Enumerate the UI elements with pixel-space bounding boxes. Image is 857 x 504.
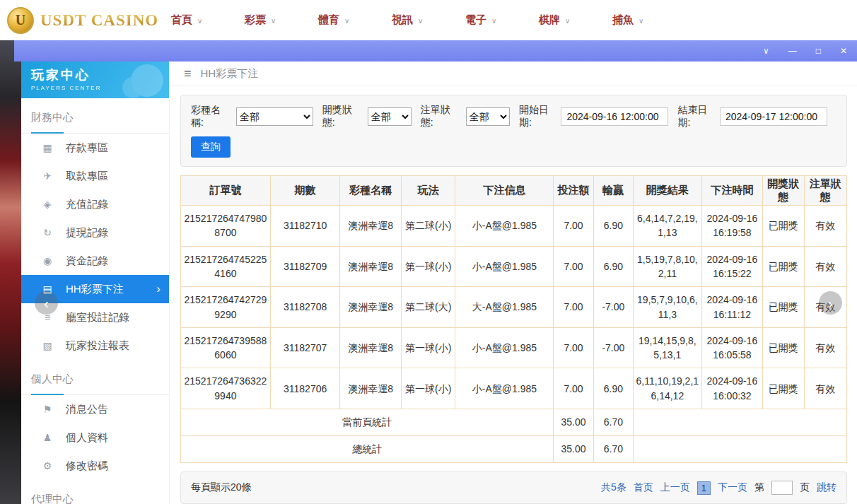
sidebar-item-profile[interactable]: ♟個人資料 <box>21 423 169 452</box>
first-page-link[interactable]: 首页 <box>634 481 653 494</box>
sidebar-item-player-bet-report[interactable]: ▧玩家投注報表 <box>21 332 169 360</box>
table-cell: 1,5,19,7,8,10,2,11 <box>634 246 702 287</box>
chevron-right-icon: › <box>828 295 833 312</box>
sidebar-item-recharge-record[interactable]: ◈充值記錄 <box>21 190 169 218</box>
draw-status-select[interactable]: 全部 <box>368 107 412 126</box>
table-cell: 小-A盤@1.985 <box>455 206 554 247</box>
menu-icon[interactable]: ≡ <box>184 66 192 81</box>
sidebar-title: 玩家中心 <box>31 66 169 83</box>
sidebar-item-notice[interactable]: ⚑消息公告 <box>21 395 169 423</box>
content-area: 彩種名稱: 全部 開獎狀態: 全部 <box>170 86 857 504</box>
jump-suffix-label: 页 <box>800 481 810 494</box>
table-cell: 31182709 <box>270 246 340 287</box>
chevron-left-icon: ‹ <box>44 295 49 312</box>
nav-item-6[interactable]: 棋牌∨ <box>539 13 612 27</box>
nav-item-5[interactable]: 電子∨ <box>465 13 539 27</box>
nav-item-3[interactable]: 體育∨ <box>318 13 392 27</box>
summary-label: 當前頁統計 <box>181 409 554 436</box>
table-header-cell: 輸贏 <box>593 176 633 206</box>
nav-item-4[interactable]: 視訊∨ <box>392 13 465 27</box>
table-row: 215217264745225416031182709澳洲幸運8第一球(小)小-… <box>181 246 847 287</box>
summary-bet-total: 35.00 <box>554 436 593 463</box>
player-center-window: ∨ — □ ✕ 玩家中心 PLAYERS CENTER 財務中心▦存款專區✈取款… <box>14 40 857 504</box>
table-cell: 2024-09-16 16:05:58 <box>701 327 763 368</box>
prev-page-link[interactable]: 上一页 <box>660 481 690 494</box>
next-page-link[interactable]: 下一页 <box>718 481 747 494</box>
table-cell: 已開獎 <box>763 246 804 287</box>
sidebar-item-label: 玩家投注報表 <box>66 339 129 353</box>
table-header-cell: 期數 <box>270 176 340 206</box>
window-collapse-icon[interactable]: ∨ <box>763 47 769 55</box>
start-date-label: 開始日期: <box>519 104 557 129</box>
window-minimize-icon[interactable]: — <box>788 47 797 55</box>
sidebar-item-label: 個人資料 <box>66 431 108 445</box>
table-cell: 已開獎 <box>763 368 804 409</box>
current-page[interactable]: 1 <box>697 481 711 495</box>
table-cell: 7.00 <box>554 206 593 247</box>
nav-item-7[interactable]: 捕魚∨ <box>612 13 686 27</box>
table-header-cell: 下注信息 <box>455 176 554 206</box>
players-center-header: 玩家中心 PLAYERS CENTER <box>21 61 169 98</box>
lottery-name-select[interactable]: 全部 <box>236 107 313 126</box>
table-head-row: 訂單號期數彩種名稱玩法下注信息投注額輸贏開獎結果下注時間開獎狀態注單狀態 <box>181 176 847 206</box>
start-date-input[interactable] <box>561 107 668 126</box>
carousel-next-button[interactable]: › <box>819 291 842 315</box>
chevron-down-icon: ∨ <box>344 17 349 25</box>
table-cell: 第一球(小) <box>401 246 455 287</box>
start-date-filter: 開始日期: <box>519 104 669 129</box>
table-header-cell: 開獎狀態 <box>763 176 804 206</box>
page-size-label: 每頁顯示20條 <box>191 481 252 494</box>
nav-item-1[interactable]: 首頁∨ <box>171 13 245 27</box>
nav-item-label: 首頁 <box>171 13 192 27</box>
table-row: 215217264736322994031182706澳洲幸運8第一球(小)小-… <box>181 368 847 409</box>
nav-item-label: 電子 <box>465 13 486 27</box>
order-status-select[interactable]: 全部 <box>466 107 510 126</box>
lottery-name-label: 彩種名稱: <box>191 104 232 129</box>
window-maximize-icon[interactable]: □ <box>816 47 821 55</box>
table-cell: 澳洲幸運8 <box>340 327 402 368</box>
sidebar-item-funds-record[interactable]: ◉資金記錄 <box>21 247 169 275</box>
jump-page-input[interactable] <box>771 481 793 495</box>
table-cell: 7.00 <box>554 327 593 368</box>
filter-panel: 彩種名稱: 全部 開獎狀態: 全部 <box>180 95 847 167</box>
page-title: HH彩票下注 <box>201 67 259 81</box>
table-cell: 已開獎 <box>763 327 804 368</box>
table-row: 215217264742729929031182708澳洲幸運8第二球(大)大-… <box>181 287 847 328</box>
table-cell: 31182710 <box>270 206 340 247</box>
chevron-down-icon: ∨ <box>197 17 202 25</box>
nav-item-2[interactable]: 彩票∨ <box>245 13 318 27</box>
summary-win-total: 6.70 <box>593 409 633 436</box>
jump-link[interactable]: 跳转 <box>817 481 836 494</box>
window-titlebar[interactable]: ∨ — □ ✕ <box>14 40 857 61</box>
sidebar-item-withdraw[interactable]: ✈取款專區 <box>21 162 169 190</box>
summary-row: 當前頁統計35.006.70 <box>181 409 847 436</box>
sidebar-subtitle: PLAYERS CENTER <box>31 85 169 91</box>
table-header-cell: 開獎結果 <box>634 176 702 206</box>
table-cell: 6,4,14,7,2,19,1,13 <box>634 206 702 247</box>
window-close-icon[interactable]: ✕ <box>840 47 847 55</box>
table-cell: 已開獎 <box>763 206 804 247</box>
sidebar-item-password[interactable]: ⚙修改密碼 <box>21 452 169 480</box>
sidebar-item-label: 充值記錄 <box>66 198 108 211</box>
nav-item-label: 體育 <box>318 13 339 27</box>
table-row: 215217264739588606031182707澳洲幸運8第一球(小)小-… <box>181 327 847 368</box>
total-count: 共5条 <box>601 481 626 494</box>
jump-prefix-label: 第 <box>754 481 764 494</box>
table-cell: 31182708 <box>270 287 340 328</box>
pager: 共5条 首页 上一页 1 下一页 第 页 跳转 <box>601 481 836 495</box>
main-nav: 首頁∨彩票∨體育∨視訊∨電子∨棋牌∨捕魚∨ <box>171 13 686 27</box>
table-header-cell: 訂單號 <box>181 176 271 206</box>
table-cell: 2024-09-16 16:19:58 <box>701 206 763 247</box>
sidebar-item-deposit[interactable]: ▦存款專區 <box>21 134 169 162</box>
end-date-input[interactable] <box>720 107 827 126</box>
chevron-down-icon: ∨ <box>491 17 496 25</box>
sidebar-item-withdraw-record[interactable]: ↻提現記錄 <box>21 218 169 247</box>
logo[interactable]: U USDT CASINO <box>0 7 171 34</box>
table-header-cell: 投注額 <box>554 176 593 206</box>
password-icon: ⚙ <box>41 460 54 471</box>
carousel-prev-button[interactable]: ‹ <box>35 291 58 315</box>
table-cell: 澳洲幸運8 <box>340 368 402 409</box>
sidebar-section-title: 代理中心 <box>21 493 169 504</box>
sidebar-item-label: 提現記錄 <box>66 226 108 240</box>
search-button[interactable]: 查詢 <box>191 136 231 158</box>
